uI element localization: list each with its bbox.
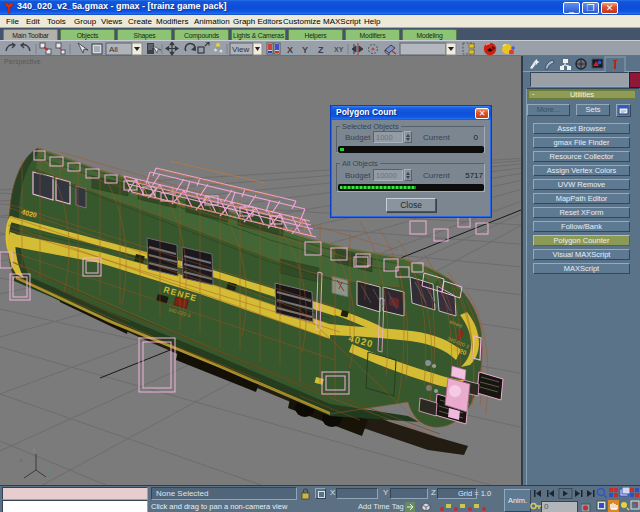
- svg-text:Z: Z: [318, 45, 324, 55]
- svg-text:x: x: [20, 457, 23, 463]
- svg-text:XY: XY: [334, 46, 344, 53]
- svg-text:Y: Y: [302, 45, 308, 55]
- svg-text:y: y: [47, 465, 50, 471]
- svg-text:z: z: [33, 447, 36, 453]
- svg-text:View: View: [232, 45, 249, 54]
- svg-text:All: All: [109, 45, 118, 54]
- svg-text:X: X: [287, 45, 293, 55]
- svg-text:Perspective: Perspective: [4, 58, 41, 66]
